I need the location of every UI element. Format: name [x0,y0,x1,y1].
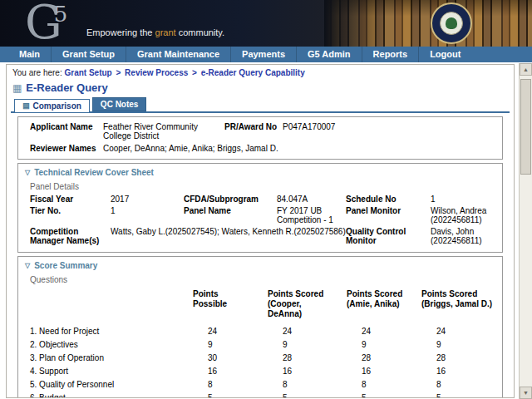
seal-tree-icon [446,17,457,29]
nav-main[interactable]: Main [8,47,52,62]
nav-grant-maintenance[interactable]: Grant Maintenance [126,47,231,62]
nav-reports[interactable]: Reports [362,47,420,62]
score-summary-section: ▽ Score Summary Questions Points Possibl… [17,256,503,398]
schedule-no-label: Schedule No [346,195,431,204]
tagline-post: community. [176,27,224,37]
cfda-subprogram-label: CFDA/Subprogram [184,195,277,204]
question-cell: 2. Objectives [23,339,183,352]
question-cell: 4. Support [23,366,183,379]
score-cell: 8 [183,379,258,392]
tab-qc-notes[interactable]: QC Notes [92,97,147,111]
nav-payments[interactable]: Payments [231,47,297,62]
scroll-down-arrow[interactable]: ▼ [520,387,532,399]
score-row: 4. Support 16 16 16 16 [23,366,497,379]
score-cell: 5 [411,392,497,398]
content-frame: You are here: Grant Setup > Review Proce… [6,64,515,398]
breadcrumb-ereader-query-capability[interactable]: e-Reader Query Capability [201,68,305,77]
library-books-image [324,0,532,47]
schedule-no-value: 1 [431,195,497,204]
questions-label: Questions [23,272,497,288]
score-row: 3. Plan of Operation 30 28 28 28 [23,352,497,366]
score-cell: 16 [411,366,497,379]
breadcrumb-separator: > [192,68,197,77]
points-possible-header: Points Possible [183,289,258,326]
tab-comparison[interactable]: ▤ Comparison [14,99,90,112]
question-cell: 6. Budget [23,392,183,398]
nav-logout[interactable]: Logout [419,47,471,62]
score-cell: 30 [183,352,258,366]
score-cell: 28 [411,352,497,366]
breadcrumb-prefix: You are here: [12,68,62,77]
score-cell: 5 [183,392,258,398]
nav-g5-admin[interactable]: G5 Admin [297,47,362,62]
cover-sheet-row: Tier No. 1 Panel Name FY 2017 UB Competi… [23,206,497,224]
breadcrumb-review-process[interactable]: Review Process [125,68,188,77]
score-cell: 9 [337,339,411,352]
panel-monitor-label: Panel Monitor [346,206,431,215]
tagline-pre: Empowering the [86,27,155,37]
panel-monitor-value: Wilson, Andrea (2022456811) [431,206,497,224]
g5-logo-5: 5 [54,2,68,27]
score-summary-title: Score Summary [34,261,97,270]
question-cell: 5. Quality of Personnel [23,379,183,392]
applicant-info-panel: Applicant Name Feather River Community C… [17,116,503,160]
score-cell: 8 [258,379,337,392]
page-title-row: ▦ E-Reader Query [11,80,510,97]
score-cell: 5 [337,392,411,398]
applicant-name-label: Applicant Name [30,122,103,140]
tab-qc-notes-label: QC Notes [101,100,139,109]
score-cell: 9 [411,339,497,352]
quality-control-monitor-value: Davis, John (2022456811) [431,227,497,245]
score-cell: 5 [258,392,337,398]
app-header: G5 Empowering the grant community. [0,0,532,47]
panel-name-value: FY 2017 UB Competition - 1 [277,206,346,224]
points-scored-briggs-header: Points Scored(Briggs, Jamal D.) [411,289,497,326]
question-cell: 3. Plan of Operation [23,352,183,366]
score-row: 6. Budget 5 5 5 5 [23,392,497,398]
fiscal-year-value: 2017 [111,195,184,204]
tier-no-label: Tier No. [30,206,111,215]
technical-review-cover-sheet-section: ▽ Technical Review Cover Sheet Panel Det… [17,163,503,253]
score-cell: 9 [258,339,337,352]
scroll-up-arrow[interactable]: ▲ [520,63,532,76]
competition-manager-value: Watts, Gaby L.(2025027545); Waters, Kenn… [111,227,346,236]
department-of-education-seal [431,2,472,44]
nav-grant-setup[interactable]: Grant Setup [52,47,126,62]
score-row: 2. Objectives 9 9 9 9 [23,339,497,352]
reviewer-names-value: Cooper, DeAnna; Amie, Anika; Briggs, Jam… [103,144,497,153]
pr-award-value: P047A170007 [283,122,497,140]
tagline: Empowering the grant community. [86,27,224,37]
score-cell: 8 [411,379,497,392]
score-summary-section-header[interactable]: ▽ Score Summary [23,260,497,272]
score-cell: 16 [183,366,258,379]
score-cell: 28 [337,352,411,366]
cover-sheet-section-header[interactable]: ▽ Technical Review Cover Sheet [23,167,497,179]
g5-logo: G5 [25,0,67,47]
score-cell: 28 [258,352,337,366]
score-row: 1. Need for Project 24 24 24 24 [23,326,497,339]
breadcrumb-grant-setup[interactable]: Grant Setup [64,68,111,77]
seal-inner-ring [440,12,463,35]
score-row: 5. Quality of Personnel 8 8 8 8 [23,379,497,392]
comparison-tab-icon: ▤ [22,102,30,110]
pr-award-label: PR/Award No [224,122,283,140]
score-cell: 24 [183,326,258,339]
score-table-header-row: Points Possible Points Scored(Cooper, De… [23,289,497,326]
breadcrumb: You are here: Grant Setup > Review Proce… [11,66,510,80]
competition-manager-label: Competition Manager Name(s) [30,227,111,245]
score-cell: 9 [183,339,258,352]
cover-sheet-title: Technical Review Cover Sheet [34,168,154,177]
tab-comparison-label: Comparison [33,101,81,111]
quality-control-monitor-label: Quality Control Monitor [346,227,431,245]
tab-bar: ▤ Comparison QC Notes [11,97,510,111]
page-title: E-Reader Query [26,81,107,94]
applicant-name-value: Feather River Community College District [103,122,224,140]
question-cell: 1. Need for Project [23,326,183,339]
vertical-scrollbar[interactable]: ▲ ▼ [519,63,532,399]
points-scored-amie-header: Points Scored(Amie, Anika) [337,289,411,326]
scrollbar-thumb[interactable] [520,79,531,175]
panel-name-label: Panel Name [184,206,277,215]
breadcrumb-separator: > [116,68,121,77]
score-cell: 24 [411,326,497,339]
score-cell: 16 [337,366,411,379]
